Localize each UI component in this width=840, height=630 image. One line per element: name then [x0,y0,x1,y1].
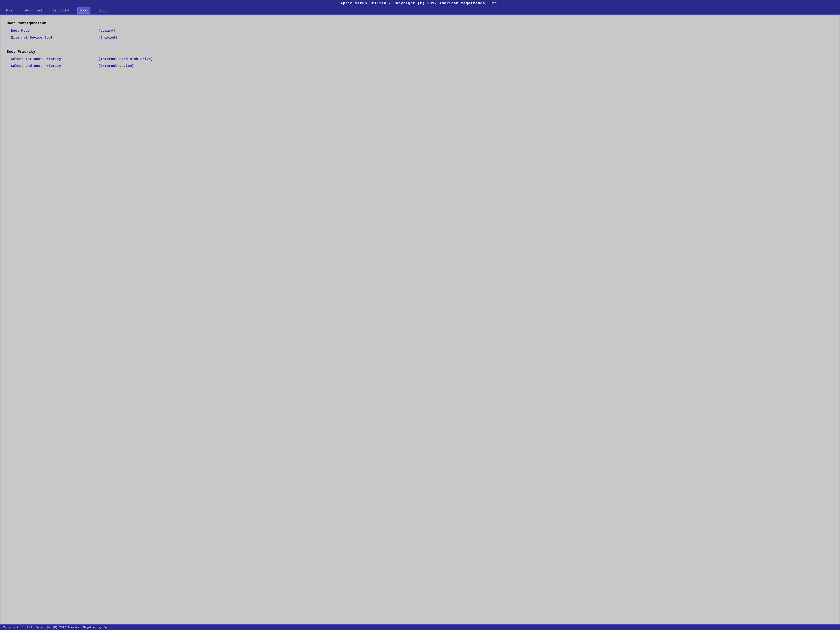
nav-item-boot[interactable]: Boot [77,8,90,14]
second-boot-priority-value[interactable]: [External Device] [98,64,134,68]
main-content: Boot Configuration Boot Mode [Legacy] Ex… [0,15,840,624]
external-device-boot-label[interactable]: External Device Boot [11,36,98,39]
bios-wrapper: Aptio Setup Utility - Copyright (C) 2012… [0,0,840,630]
nav-item-advanced[interactable]: Advanced [23,8,44,13]
content-filler [7,70,833,620]
boot-mode-label[interactable]: Boot Mode [11,29,98,33]
first-boot-priority-row: Select 1st Boot Priority [Internal Hard … [7,57,833,62]
second-boot-priority-label[interactable]: Select 2nd Boot Priority [11,64,98,68]
external-device-boot-value[interactable]: [Enabled] [98,36,117,39]
nav-item-main[interactable]: Main [4,8,17,13]
boot-priority-header: Boot Priority [7,50,833,54]
first-boot-priority-label[interactable]: Select 1st Boot Priority [11,57,98,61]
boot-mode-row: Boot Mode [Legacy] [7,28,833,33]
boot-config-header: Boot Configuration [7,21,833,25]
nav-bar: Main Advanced Security Boot Exit [0,7,840,15]
boot-mode-value[interactable]: [Legacy] [98,29,115,33]
title-text: Aptio Setup Utility - Copyright (C) 2012… [341,1,500,5]
second-boot-priority-row: Select 2nd Boot Priority [External Devic… [7,63,833,68]
title-bar: Aptio Setup Utility - Copyright (C) 2012… [0,0,840,7]
external-device-boot-row: External Device Boot [Enabled] [7,35,833,40]
nav-item-security[interactable]: Security [50,8,71,13]
first-boot-priority-value[interactable]: [Internal Hard Disk Drive] [98,57,153,61]
status-text: Version 2.15.1236. Copyright (C) 2012 Am… [3,626,110,629]
nav-item-exit[interactable]: Exit [97,8,109,13]
status-bar: Version 2.15.1236. Copyright (C) 2012 Am… [0,624,840,630]
section-gap-1 [7,42,833,46]
